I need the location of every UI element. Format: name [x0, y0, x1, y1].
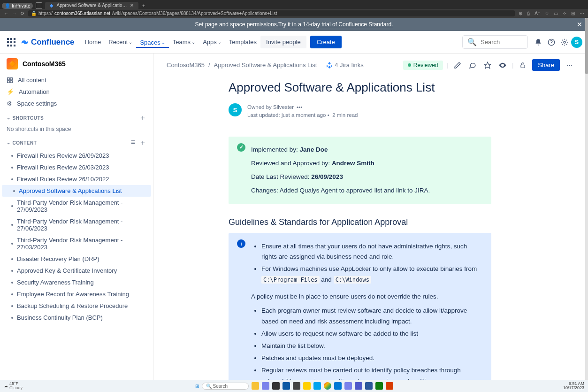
tree-item[interactable]: Disaster Recovery Plan (DRP): [0, 253, 153, 265]
gear-icon: ⚙: [7, 100, 12, 107]
owner-avatar[interactable]: S: [229, 103, 242, 116]
info-panel: i Ensure at all times that your users do…: [229, 233, 491, 380]
tree-item[interactable]: Approved Key & Certificate Inventory: [0, 265, 153, 277]
space-settings-link[interactable]: ⚙Space settings: [0, 98, 153, 109]
tree-item[interactable]: Backup Scheduling & Restore Procedure: [0, 300, 153, 312]
restrictions-icon[interactable]: [517, 60, 528, 71]
zoom-icon[interactable]: ⊕: [519, 11, 522, 16]
read-icon[interactable]: ⎙: [527, 11, 530, 16]
comments-icon[interactable]: [467, 60, 478, 71]
app-switcher-icon[interactable]: [6, 37, 17, 48]
app-icon[interactable]: [303, 382, 311, 390]
scrollbar-thumb[interactable]: [585, 18, 588, 74]
new-window-icon[interactable]: [36, 2, 42, 9]
fav-icon[interactable]: ☆: [545, 11, 549, 16]
tree-item[interactable]: Third-Party Vendor Risk Management - 27/…: [0, 234, 153, 253]
sync-icon[interactable]: ✧: [563, 11, 566, 16]
help-icon[interactable]: [546, 37, 557, 48]
back-button[interactable]: ←: [4, 11, 8, 16]
create-button[interactable]: Create: [310, 36, 342, 48]
tree-item[interactable]: Third-Party Vendor Risk Management - 27/…: [0, 197, 153, 215]
add-shortcut-icon[interactable]: ＋: [139, 113, 146, 123]
nav-templates[interactable]: Templates: [225, 37, 260, 47]
forward-button: →: [12, 11, 17, 16]
tree-item[interactable]: Approved Software & Applications List: [2, 185, 151, 197]
refresh-button[interactable]: ⟳: [21, 11, 24, 16]
browser-tab[interactable]: ◆ Approved Software & Applicatio… ✕: [45, 2, 138, 9]
chevron-down-icon[interactable]: [7, 115, 11, 121]
system-tray[interactable]: 9:51 AM 10/17/2023: [563, 382, 584, 390]
taskbar-search[interactable]: 🔍 Search: [202, 383, 249, 390]
svg-rect-5: [14, 41, 15, 43]
app-icon[interactable]: [344, 382, 352, 390]
star-icon[interactable]: [482, 60, 493, 71]
page-title: Approved Software & Applications List: [229, 80, 491, 95]
tree-item[interactable]: Employee Record for Awareness Training: [0, 288, 153, 300]
collections-icon[interactable]: ▭: [554, 11, 558, 16]
teams-icon[interactable]: [262, 382, 269, 390]
app-icon[interactable]: [355, 382, 362, 390]
breadcrumb: ContosoM365 / Approved Software & Applic…: [153, 54, 588, 77]
confluence-logo[interactable]: Confluence: [21, 38, 75, 47]
search-input[interactable]: [480, 38, 527, 46]
more-actions-icon[interactable]: ⋯: [564, 60, 575, 71]
list-item: Each program owner must review software …: [261, 306, 483, 327]
tree-item[interactable]: Third-Party Vendor Risk Management - 27/…: [0, 215, 153, 234]
banner-close-icon[interactable]: ✕: [577, 21, 582, 28]
add-page-icon[interactable]: ＋: [139, 138, 146, 148]
app-icon[interactable]: [313, 382, 321, 390]
jira-links[interactable]: 4 Jira links: [326, 61, 363, 69]
tab-close-icon[interactable]: ✕: [130, 3, 134, 8]
owner-actions-icon[interactable]: •••: [297, 104, 302, 110]
breadcrumb-page[interactable]: Approved Software & Applications List: [214, 61, 317, 69]
nav-spaces[interactable]: Spaces: [136, 37, 168, 48]
menu-icon[interactable]: ⋯: [580, 11, 584, 16]
svg-marker-15: [484, 62, 490, 68]
space-logo: 🔶: [7, 58, 18, 69]
guidelines-heading: Guidelines & Standards for Application A…: [229, 217, 491, 227]
watch-icon[interactable]: [497, 60, 508, 71]
nav-apps[interactable]: Apps: [199, 37, 225, 47]
weather-widget[interactable]: ☁ 45°FCloudy: [4, 382, 23, 390]
address-bar[interactable]: 🔒 https://contosom365.atlassian.net/wiki…: [28, 10, 515, 16]
edit-icon[interactable]: [452, 60, 463, 71]
chrome-icon[interactable]: [324, 382, 331, 390]
terminal-icon[interactable]: [272, 382, 280, 390]
breadcrumb-space[interactable]: ContosoM365: [167, 61, 205, 69]
new-tab-button[interactable]: ＋: [141, 2, 146, 9]
explorer-icon[interactable]: [252, 382, 259, 390]
app-icon[interactable]: [375, 382, 383, 390]
automation-link[interactable]: ⚡Automation: [0, 86, 153, 98]
tree-item[interactable]: Business Continuity Plan (BCP): [0, 312, 153, 323]
all-content-link[interactable]: All content: [0, 74, 153, 86]
notifications-icon[interactable]: [533, 37, 544, 48]
nav-home[interactable]: Home: [81, 37, 105, 47]
search-box[interactable]: 🔍: [462, 35, 528, 49]
share-button[interactable]: Share: [532, 59, 560, 71]
tree-item[interactable]: Firewall Rules Review 26/09/2023: [0, 150, 153, 161]
word-icon[interactable]: [365, 382, 373, 390]
scrollbar[interactable]: [585, 18, 588, 380]
space-name[interactable]: ContosoM365: [23, 60, 66, 68]
tree-item[interactable]: Security Awareness Training: [0, 277, 153, 288]
profile-avatar[interactable]: S: [571, 37, 582, 48]
settings-icon[interactable]: [559, 37, 570, 48]
edge-icon[interactable]: [283, 382, 290, 390]
trial-link[interactable]: Try it in a 14-day trial of Confluence S…: [278, 21, 393, 28]
app-icon[interactable]: [334, 382, 342, 390]
status-lozenge[interactable]: Reviewed: [403, 61, 443, 70]
bolt-icon: ⚡: [7, 88, 14, 95]
nav-teams[interactable]: Teams: [169, 37, 199, 47]
ext-icon[interactable]: ⊞: [571, 11, 575, 16]
start-icon[interactable]: ⊞: [195, 384, 199, 389]
app-icon[interactable]: [386, 382, 393, 390]
tree-item[interactable]: Firewall Rules Review 26/03/2023: [0, 161, 153, 173]
nav-recent[interactable]: Recent: [105, 37, 136, 47]
filter-icon[interactable]: ≡: [131, 138, 135, 148]
app-icon[interactable]: [293, 382, 300, 390]
voice-icon[interactable]: A⁺: [535, 11, 540, 16]
tree-item[interactable]: Firewall Rules Review 26/10/2022: [0, 173, 153, 185]
chevron-down-icon[interactable]: [7, 140, 11, 146]
invite-button[interactable]: Invite people: [260, 36, 306, 48]
svg-rect-14: [10, 80, 12, 82]
